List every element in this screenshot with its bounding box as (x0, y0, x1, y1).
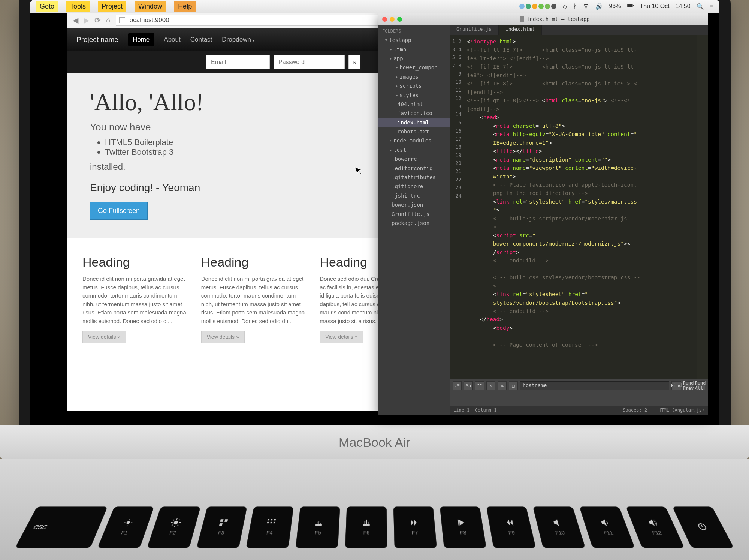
tab-gruntfile[interactable]: Gruntfile.js (450, 25, 499, 35)
menu-tools[interactable]: Tools (66, 1, 90, 12)
highlight-toggle[interactable]: □ (509, 381, 518, 390)
menu-project[interactable]: Project (98, 1, 126, 12)
column-heading: Heading (201, 255, 309, 270)
file-node[interactable]: .editorconfig (378, 164, 450, 173)
svg-line-13 (173, 520, 174, 520)
hero-bullets: HTML5 Boilerplate Twitter Bootstrap 3 (105, 138, 420, 157)
menu-help[interactable]: Help (174, 1, 196, 12)
find-button[interactable]: Find (671, 381, 681, 390)
volume-icon[interactable]: 🔊 (595, 3, 603, 10)
email-input[interactable] (206, 55, 270, 69)
file-node[interactable]: Gruntfile.js (378, 210, 450, 219)
editor-titlebar: index.html — testapp (378, 13, 708, 25)
minimap[interactable] (697, 35, 708, 379)
editor-tabbar: Gruntfile.js index.html (450, 25, 708, 35)
status-spaces[interactable]: Spaces: 2 (623, 407, 647, 413)
code-area[interactable]: 1 2 3 4 5 6 7 8 9 10 11 12 13 14 15 16 1… (450, 35, 708, 379)
notification-center-icon[interactable]: ≡ (710, 3, 713, 10)
dropbox-icon[interactable]: ◇ (562, 3, 567, 10)
fullscreen-button[interactable]: Go Fullscreen (90, 202, 148, 220)
minimize-icon[interactable] (390, 17, 395, 22)
tab-index-html[interactable]: index.html (499, 25, 542, 35)
zoom-icon[interactable] (397, 17, 402, 22)
menu-goto[interactable]: Goto (36, 1, 58, 12)
folder-node[interactable]: ▶styles (378, 91, 450, 100)
back-button[interactable]: ◀ (73, 16, 78, 25)
macos-menubar: Goto Tools Project Window Help ◇ ᚼ (30, 0, 719, 13)
file-node[interactable]: .jshintrc (378, 191, 450, 200)
password-input[interactable] (274, 55, 345, 69)
svg-rect-18 (224, 519, 228, 522)
selection-toggle[interactable]: ⇅ (498, 381, 507, 390)
brand[interactable]: Project name (76, 36, 118, 44)
sidebar-header: FOLDERS (378, 27, 450, 36)
details-button[interactable]: View details » (82, 331, 126, 343)
status-syntax[interactable]: HTML (Angular.js) (658, 407, 704, 413)
key-f2: F2 (147, 506, 201, 548)
hero-subtitle: You now have (90, 121, 420, 133)
find-input[interactable] (520, 381, 669, 390)
nav-dropdown[interactable]: Dropdown▾ (222, 36, 254, 43)
folder-node[interactable]: ▼testapp (378, 36, 450, 45)
file-node[interactable]: index.html (378, 118, 450, 127)
forward-button[interactable]: ▶ (84, 16, 89, 25)
spotlight-icon[interactable]: 🔍 (697, 3, 704, 10)
svg-rect-17 (220, 519, 223, 522)
find-all-button[interactable]: Find All (695, 381, 705, 390)
menubar-date: Thu 10 Oct (640, 3, 669, 10)
editor-sidebar: FOLDERS ▼testapp▶.tmp▼app▶bower_compon▶i… (378, 25, 450, 415)
details-button[interactable]: View details » (201, 331, 245, 343)
editor-title: index.html — testapp (526, 16, 590, 22)
nav-about[interactable]: About (164, 36, 180, 43)
menubar-indicator-dots (519, 4, 556, 9)
find-prev-button[interactable]: Find Prev (683, 381, 693, 390)
bluetooth-icon[interactable]: ᚼ (573, 3, 577, 10)
word-toggle[interactable]: "" (475, 381, 484, 390)
bullet-boilerplate: HTML5 Boilerplate (105, 138, 420, 147)
case-toggle[interactable]: Aa (464, 381, 473, 390)
key-f10: F10 (533, 506, 586, 548)
folder-node[interactable]: ▼app (378, 54, 450, 63)
svg-rect-24 (270, 522, 272, 523)
folder-node[interactable]: ▶images (378, 72, 450, 81)
close-icon[interactable] (382, 17, 387, 22)
svg-rect-25 (274, 522, 275, 523)
file-node[interactable]: package.json (378, 219, 450, 228)
address-bar[interactable]: localhost:9000 (116, 15, 391, 26)
folder-node[interactable]: ▶bower_compon (378, 63, 450, 72)
wifi-icon[interactable] (583, 2, 589, 10)
file-node[interactable]: .bowerrc (378, 154, 450, 163)
home-button[interactable]: ⌂ (106, 16, 111, 24)
wrap-toggle[interactable]: ↻ (486, 381, 495, 390)
key-f8: F8 (440, 506, 486, 548)
folder-node[interactable]: ▶scripts (378, 81, 450, 90)
svg-point-3 (126, 521, 130, 524)
status-bar: Line 1, Column 1 Spaces: 2 HTML (Angular… (450, 406, 708, 415)
file-node[interactable]: .gitattributes (378, 173, 450, 182)
key-f9: F9 (486, 506, 536, 548)
signin-button[interactable]: S (348, 55, 360, 69)
file-node[interactable]: .gitignore (378, 182, 450, 191)
folder-node[interactable]: ▶.tmp (378, 45, 450, 54)
file-node[interactable]: 404.html (378, 100, 450, 109)
key-f7: F7 (393, 506, 437, 548)
nav-contact[interactable]: Contact (190, 36, 212, 43)
nav-home[interactable]: Home (128, 33, 154, 46)
details-button[interactable]: View details » (320, 331, 363, 343)
folder-node[interactable]: ▶test (378, 145, 450, 154)
svg-line-10 (175, 526, 175, 527)
code-content[interactable]: <!doctype html> <!--[if lt IE 7]> <html … (465, 35, 697, 379)
svg-line-27 (317, 522, 317, 524)
regex-toggle[interactable]: .* (453, 381, 462, 390)
file-node[interactable]: bower.json (378, 200, 450, 209)
folder-node[interactable]: ▶node_modules (378, 136, 450, 145)
reload-button[interactable]: ⟳ (94, 16, 101, 25)
column-text: Donec id elit non mi porta gravida at eg… (82, 275, 190, 325)
menu-window[interactable]: Window (135, 1, 166, 12)
hero-enjoy: Enjoy coding! - Yeoman (90, 182, 420, 194)
replace-bar (450, 392, 708, 406)
file-node[interactable]: robots.txt (378, 127, 450, 136)
svg-point-8 (173, 521, 178, 524)
key-f1: F1 (97, 506, 154, 548)
file-node[interactable]: favicon.ico (378, 109, 450, 118)
